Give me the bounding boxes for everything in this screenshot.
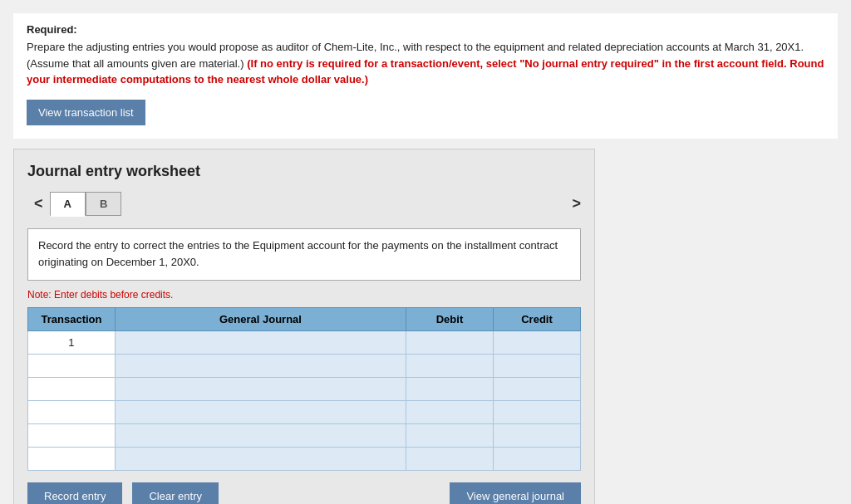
debit-cell[interactable]: [406, 424, 493, 448]
required-title: Required:: [27, 23, 824, 36]
general-journal-input[interactable]: [116, 378, 406, 400]
col-header-general-journal: General Journal: [115, 308, 406, 331]
clear-entry-button[interactable]: Clear entry: [132, 482, 219, 504]
col-header-debit: Debit: [406, 308, 493, 331]
credit-cell[interactable]: [493, 448, 580, 471]
tab-b[interactable]: B: [86, 192, 121, 216]
tab-a[interactable]: A: [50, 192, 86, 217]
table-row: [28, 378, 581, 401]
transaction-cell: [28, 378, 116, 401]
col-header-transaction: Transaction: [28, 308, 116, 331]
debit-cell[interactable]: [406, 378, 493, 401]
transaction-cell: [28, 401, 116, 424]
table-row: [28, 355, 581, 378]
debit-cell[interactable]: [406, 331, 493, 355]
credit-input[interactable]: [494, 448, 580, 470]
entry-description: Record the entry to correct the entries …: [27, 228, 581, 281]
general-journal-cell[interactable]: [115, 448, 406, 471]
credit-cell[interactable]: [493, 378, 580, 401]
transaction-cell: [28, 355, 116, 378]
journal-table: Transaction General Journal Debit Credit…: [27, 307, 581, 471]
transaction-cell: 1: [28, 331, 116, 355]
credit-cell[interactable]: [493, 424, 580, 448]
credit-input[interactable]: [494, 355, 580, 377]
credit-cell[interactable]: [493, 355, 580, 378]
general-journal-input[interactable]: [116, 331, 406, 354]
tab-prev-arrow[interactable]: <: [27, 192, 50, 216]
worksheet-title: Journal entry worksheet: [27, 163, 581, 180]
debit-input[interactable]: [406, 448, 493, 470]
debit-input[interactable]: [406, 355, 493, 377]
general-journal-cell[interactable]: [115, 424, 406, 448]
debit-cell[interactable]: [406, 355, 493, 378]
general-journal-input[interactable]: [116, 401, 406, 423]
transaction-cell: [28, 448, 116, 471]
tab-navigation: < A B >: [27, 192, 581, 217]
general-journal-input[interactable]: [116, 424, 406, 447]
debit-cell[interactable]: [406, 401, 493, 424]
col-header-credit: Credit: [493, 308, 580, 331]
general-journal-cell[interactable]: [115, 378, 406, 401]
table-row: 1: [28, 331, 581, 355]
credit-input[interactable]: [494, 424, 580, 447]
table-row: [28, 401, 581, 424]
debit-input[interactable]: [406, 424, 493, 447]
required-body: Prepare the adjusting entries you would …: [27, 39, 824, 88]
transaction-cell: [28, 424, 116, 448]
general-journal-input[interactable]: [116, 355, 406, 377]
note-text: Note: Enter debits before credits.: [27, 289, 581, 301]
table-row: [28, 448, 581, 471]
general-journal-input[interactable]: [116, 448, 406, 470]
credit-input[interactable]: [494, 331, 580, 354]
tab-next-arrow[interactable]: >: [572, 195, 581, 213]
credit-input[interactable]: [494, 401, 580, 423]
general-journal-cell[interactable]: [115, 331, 406, 355]
general-journal-cell[interactable]: [115, 401, 406, 424]
credit-input[interactable]: [494, 378, 580, 400]
debit-cell[interactable]: [406, 448, 493, 471]
debit-input[interactable]: [406, 378, 493, 400]
debit-input[interactable]: [406, 401, 493, 423]
table-row: [28, 424, 581, 448]
record-entry-button[interactable]: Record entry: [27, 482, 122, 504]
general-journal-cell[interactable]: [115, 355, 406, 378]
view-transaction-button[interactable]: View transaction list: [27, 100, 145, 125]
credit-cell[interactable]: [493, 401, 580, 424]
view-general-journal-button[interactable]: View general journal: [450, 482, 581, 504]
credit-cell[interactable]: [493, 331, 580, 355]
debit-input[interactable]: [406, 331, 493, 354]
worksheet-container: Journal entry worksheet < A B > Record t…: [13, 149, 595, 505]
button-row: Record entry Clear entry View general jo…: [27, 482, 581, 504]
